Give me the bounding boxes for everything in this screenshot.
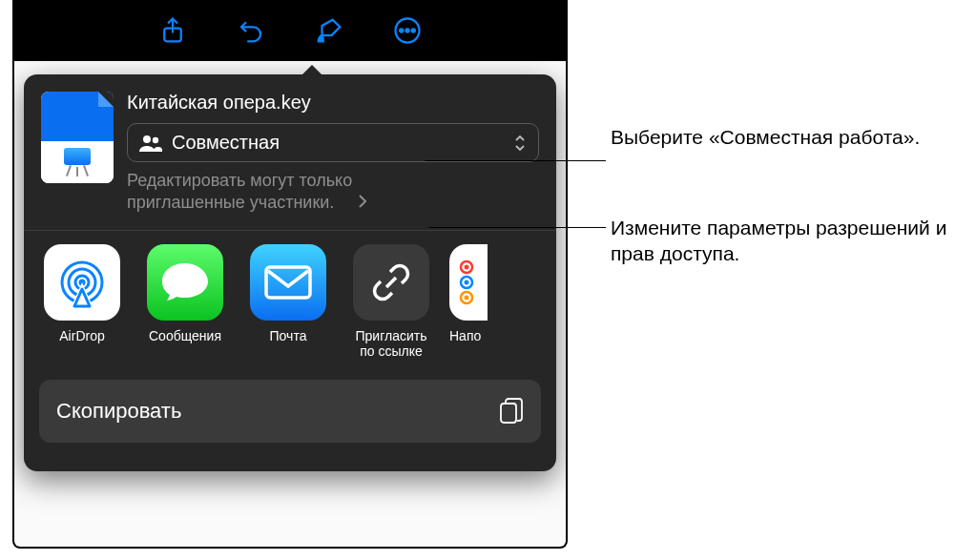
permissions-text-1: Редактировать могут только [127, 170, 352, 192]
callout-line-1 [425, 160, 606, 161]
share-button[interactable] [154, 11, 192, 50]
callout-collaborate: Выберите «Совместная работа». [611, 124, 954, 150]
airdrop-icon [54, 255, 110, 310]
share-header: Китайская опера.key Совместная [24, 74, 556, 226]
reminders-icon [457, 256, 478, 309]
link-icon [369, 260, 413, 304]
app-label: Сообщения [140, 328, 230, 343]
share-app-airdrop[interactable]: AirDrop [37, 244, 127, 359]
collaboration-mode-dropdown[interactable]: Совместная [127, 123, 539, 162]
share-app-mail[interactable]: Почта [243, 244, 333, 359]
svg-point-6 [153, 136, 158, 142]
svg-point-4 [412, 29, 415, 31]
share-apps-row: AirDrop Сообщения [24, 244, 556, 359]
content-area: Китайская опера.key Совместная [14, 61, 566, 547]
chevron-right-icon [358, 194, 367, 209]
app-label: Пригласить по ссылке [346, 328, 436, 359]
svg-point-3 [405, 29, 408, 31]
svg-point-17 [465, 296, 469, 301]
svg-point-5 [143, 135, 151, 143]
share-icon [158, 16, 187, 45]
device-frame: Китайская опера.key Совместная [12, 0, 568, 549]
more-icon [393, 16, 422, 45]
undo-icon [237, 16, 265, 45]
copy-label: Скопировать [56, 399, 181, 424]
format-button[interactable] [310, 11, 348, 50]
copy-icon [499, 397, 524, 425]
more-button[interactable] [388, 11, 426, 50]
people-icon [139, 135, 162, 152]
permissions-row[interactable]: Редактировать могут только приглашенные … [127, 170, 539, 213]
share-sheet: Китайская опера.key Совместная [24, 74, 556, 471]
messages-icon [159, 259, 211, 305]
svg-point-15 [465, 280, 469, 285]
updown-chevron-icon [513, 135, 527, 152]
document-thumbnail [41, 92, 114, 183]
share-app-invite-link[interactable]: Пригласить по ссылке [346, 244, 436, 359]
collaboration-mode-label: Совместная [172, 132, 280, 154]
mail-icon [262, 263, 314, 301]
permissions-text-2: приглашенные участники. [127, 192, 352, 214]
callout-line-2 [429, 227, 606, 228]
svg-rect-18 [501, 404, 516, 423]
divider [24, 230, 556, 231]
copy-action[interactable]: Скопировать [39, 380, 541, 443]
app-label: AirDrop [37, 328, 127, 343]
svg-rect-11 [266, 267, 310, 298]
brush-icon [315, 16, 343, 45]
svg-point-13 [465, 265, 469, 270]
document-title: Китайская опера.key [127, 92, 539, 114]
callout-permissions: Измените параметры разрешений и прав дос… [611, 215, 954, 267]
app-label: Напо [449, 328, 488, 343]
svg-point-2 [400, 29, 403, 31]
share-app-messages[interactable]: Сообщения [140, 244, 230, 359]
share-app-reminders[interactable]: Напо [449, 244, 488, 359]
app-label: Почта [243, 328, 333, 343]
top-toolbar [14, 0, 566, 61]
keynote-icon [64, 148, 91, 176]
popover-arrow [301, 65, 323, 76]
undo-button[interactable] [232, 11, 270, 50]
